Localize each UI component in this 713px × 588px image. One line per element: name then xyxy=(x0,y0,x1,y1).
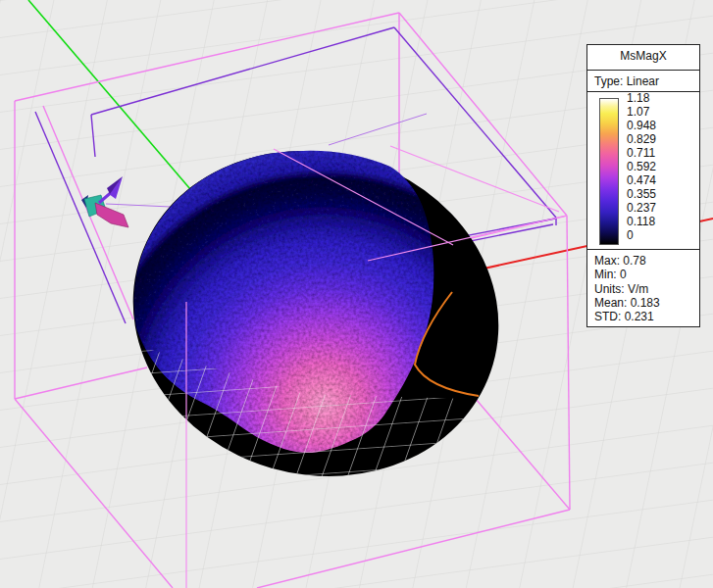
stat-min: Min: 0 xyxy=(594,268,699,281)
legend-colorbar-section: 1.18 1.07 0.948 0.829 0.711 0.592 0.474 … xyxy=(587,92,699,250)
legend-title: MsMagX xyxy=(587,45,699,71)
colorbar-tick-labels: 1.18 1.07 0.948 0.829 0.711 0.592 0.474 … xyxy=(627,92,656,241)
tick-label: 1.07 xyxy=(627,106,656,118)
3d-viewport[interactable]: MsMagX Type: Linear 1.18 1.07 0.948 0.82… xyxy=(0,0,713,588)
tick-label: 0 xyxy=(627,229,656,241)
tick-label: 0.711 xyxy=(627,147,656,159)
tick-label: 0.355 xyxy=(627,188,656,200)
legend-scale-type: Type: Linear xyxy=(587,71,699,92)
results-legend: MsMagX Type: Linear 1.18 1.07 0.948 0.82… xyxy=(586,44,700,327)
stat-max: Max: 0.78 xyxy=(594,254,699,268)
tick-label: 0.237 xyxy=(627,202,656,214)
colorbar-gradient xyxy=(599,98,619,245)
tick-label: 0.474 xyxy=(627,174,656,186)
tick-label: 0.948 xyxy=(627,120,656,131)
legend-statistics: Max: 0.78 Min: 0 Units: V/m Mean: 0.183 … xyxy=(587,250,699,326)
tick-label: 0.592 xyxy=(627,161,656,172)
tick-label: 0.118 xyxy=(627,216,656,227)
stat-std: STD: 0.231 xyxy=(594,310,699,323)
stat-units: Units: V/m xyxy=(594,282,699,296)
tick-label: 1.18 xyxy=(627,92,656,104)
tick-label: 0.829 xyxy=(627,133,656,145)
stat-mean: Mean: 0.183 xyxy=(594,296,699,310)
